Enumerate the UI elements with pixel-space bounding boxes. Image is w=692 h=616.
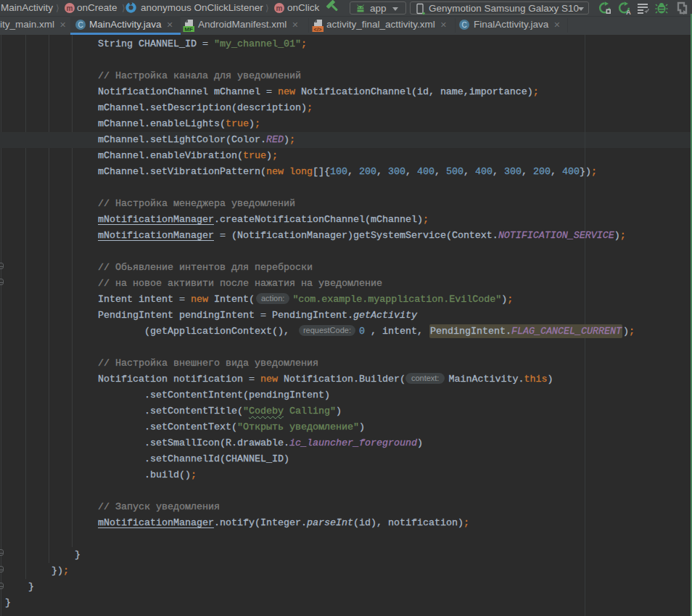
svg-text:MF: MF xyxy=(184,26,193,33)
svg-text:C: C xyxy=(78,21,83,29)
svg-text:C: C xyxy=(461,21,466,29)
svg-text:m: m xyxy=(276,4,283,12)
svg-text:A: A xyxy=(626,8,631,15)
svg-text:</>: </> xyxy=(314,26,322,33)
svg-text:m: m xyxy=(67,4,73,12)
